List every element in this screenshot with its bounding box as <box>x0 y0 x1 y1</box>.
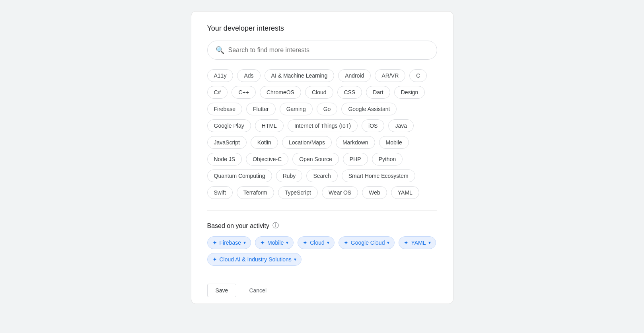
tag-item[interactable]: Node JS <box>207 153 242 166</box>
chevron-down-icon: ▾ <box>286 240 288 245</box>
tag-item[interactable]: Markdown <box>336 136 375 149</box>
tag-item[interactable]: Dart <box>366 86 390 99</box>
tag-item[interactable]: Gaming <box>280 103 313 115</box>
sparkle-icon: ✦ <box>260 240 265 246</box>
tags-container: A11yAdsAI & Machine LearningAndroidAR/VR… <box>207 69 437 199</box>
activity-section: Based on your activity ⓘ ✦Firebase▾✦Mobi… <box>207 222 437 266</box>
activity-tag-label: Google Cloud <box>351 240 385 246</box>
tag-item[interactable]: Go <box>317 103 338 115</box>
sparkle-icon: ✦ <box>303 240 307 246</box>
activity-title-text: Based on your activity <box>207 222 270 230</box>
activity-tag-label: Cloud <box>310 240 325 246</box>
cancel-button[interactable]: Cancel <box>241 284 274 297</box>
search-icon: 🔍 <box>216 46 224 55</box>
tag-item[interactable]: Smart Home Ecosystem <box>342 169 415 182</box>
tag-item[interactable]: Python <box>372 153 403 166</box>
tag-item[interactable]: HTML <box>255 119 284 132</box>
activity-tag-label: Firebase <box>220 240 241 246</box>
modal-footer: Save Cancel <box>191 277 453 304</box>
chevron-down-icon: ▾ <box>428 240 431 245</box>
tag-item[interactable]: Cloud <box>305 86 333 99</box>
tag-item[interactable]: Internet of Things (IoT) <box>288 119 358 132</box>
activity-tag-item[interactable]: ✦YAML▾ <box>399 236 436 249</box>
activity-title: Based on your activity ⓘ <box>207 222 437 230</box>
tag-item[interactable]: Google Play <box>207 119 251 132</box>
tag-item[interactable]: PHP <box>343 153 368 166</box>
tag-item[interactable]: JavaScript <box>207 136 247 149</box>
tag-item[interactable]: Quantum Computing <box>207 169 272 182</box>
tag-item[interactable]: Web <box>362 186 387 199</box>
tag-item[interactable]: Firebase <box>207 103 242 115</box>
tag-item[interactable]: Wear OS <box>322 186 358 199</box>
search-box: 🔍 <box>207 41 437 60</box>
activity-tag-label: Mobile <box>267 240 284 246</box>
tag-item[interactable]: C <box>409 69 427 82</box>
tag-item[interactable]: Flutter <box>246 103 276 115</box>
tag-item[interactable]: Terraform <box>237 186 274 199</box>
tag-item[interactable]: Android <box>338 69 371 82</box>
tag-item[interactable]: A11y <box>207 69 233 82</box>
tag-item[interactable]: iOS <box>362 119 384 132</box>
tag-item[interactable]: Kotlin <box>251 136 278 149</box>
activity-tag-item[interactable]: ✦Mobile▾ <box>255 236 294 249</box>
save-button[interactable]: Save <box>207 284 237 297</box>
activity-tags-container: ✦Firebase▾✦Mobile▾✦Cloud▾✦Google Cloud▾✦… <box>207 236 437 266</box>
tag-item[interactable]: YAML <box>391 186 419 199</box>
tag-item[interactable]: Objective-C <box>246 153 288 166</box>
sparkle-icon: ✦ <box>212 256 217 263</box>
modal-title: Your developer interests <box>207 24 437 33</box>
tag-item[interactable]: Ads <box>237 69 260 82</box>
info-icon[interactable]: ⓘ <box>272 222 279 230</box>
section-divider <box>207 210 437 210</box>
tag-item[interactable]: Mobile <box>379 136 409 149</box>
tag-item[interactable]: Java <box>388 119 414 132</box>
tag-item[interactable]: CSS <box>337 86 362 99</box>
chevron-down-icon: ▾ <box>243 240 246 245</box>
tag-item[interactable]: Location/Maps <box>282 136 332 149</box>
tag-item[interactable]: Design <box>394 86 425 99</box>
chevron-down-icon: ▾ <box>327 240 329 245</box>
chevron-down-icon: ▾ <box>387 240 389 245</box>
search-input[interactable] <box>228 47 429 54</box>
activity-tag-label: Cloud AI & Industry Solutions <box>220 256 292 263</box>
sparkle-icon: ✦ <box>212 240 217 246</box>
modal-container: Your developer interests 🔍 A11yAdsAI & M… <box>191 11 453 304</box>
tag-item[interactable]: TypeScript <box>278 186 318 199</box>
tag-item[interactable]: Ruby <box>276 169 303 182</box>
tag-item[interactable]: Search <box>306 169 337 182</box>
activity-tag-item[interactable]: ✦Google Cloud▾ <box>339 236 395 249</box>
tag-item[interactable]: Swift <box>207 186 233 199</box>
activity-tag-item[interactable]: ✦Firebase▾ <box>207 236 251 249</box>
sparkle-icon: ✦ <box>404 240 409 246</box>
tag-item[interactable]: C# <box>207 86 228 99</box>
activity-tag-item[interactable]: ✦Cloud AI & Industry Solutions▾ <box>207 253 302 266</box>
chevron-down-icon: ▾ <box>294 257 296 262</box>
tag-item[interactable]: AR/VR <box>375 69 405 82</box>
tag-item[interactable]: ChromeOS <box>260 86 301 99</box>
tag-item[interactable]: Open Source <box>292 153 339 166</box>
tag-item[interactable]: AI & Machine Learning <box>265 69 335 82</box>
sparkle-icon: ✦ <box>344 240 348 246</box>
activity-tag-label: YAML <box>411 240 426 246</box>
tag-item[interactable]: C++ <box>232 86 255 99</box>
activity-tag-item[interactable]: ✦Cloud▾ <box>298 236 335 249</box>
tag-item[interactable]: Google Assistant <box>341 103 397 115</box>
